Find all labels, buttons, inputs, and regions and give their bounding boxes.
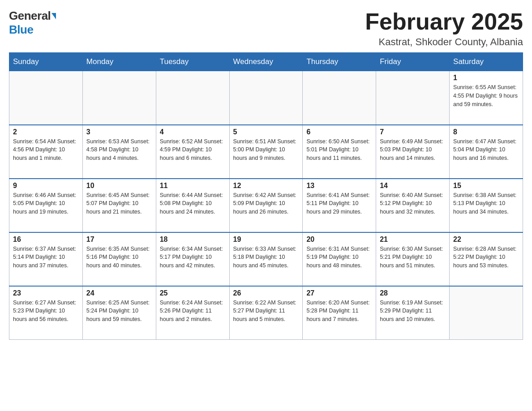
day-of-week-header: Monday (82, 53, 156, 71)
day-number: 26 (233, 289, 299, 297)
calendar-day-cell (450, 286, 523, 340)
calendar-day-cell (156, 71, 229, 125)
day-number: 21 (380, 235, 446, 244)
logo-arrow-icon (51, 13, 56, 19)
calendar-day-cell: 18Sunrise: 6:34 AM Sunset: 5:17 PM Dayli… (156, 232, 229, 286)
day-info: Sunrise: 6:50 AM Sunset: 5:01 PM Dayligh… (306, 137, 372, 163)
calendar-day-cell: 16Sunrise: 6:37 AM Sunset: 5:14 PM Dayli… (9, 232, 83, 286)
month-title: February 2025 (365, 9, 523, 34)
day-info: Sunrise: 6:37 AM Sunset: 5:14 PM Dayligh… (13, 245, 79, 270)
calendar-day-cell: 28Sunrise: 6:19 AM Sunset: 5:29 PM Dayli… (376, 286, 450, 340)
calendar-day-cell: 10Sunrise: 6:45 AM Sunset: 5:07 PM Dayli… (82, 179, 156, 232)
calendar-week-row: 1Sunrise: 6:55 AM Sunset: 4:55 PM Daylig… (9, 71, 523, 125)
calendar-week-row: 16Sunrise: 6:37 AM Sunset: 5:14 PM Dayli… (9, 232, 523, 286)
day-number: 9 (13, 182, 79, 190)
day-info: Sunrise: 6:20 AM Sunset: 5:28 PM Dayligh… (306, 299, 372, 324)
day-number: 3 (86, 128, 152, 136)
day-number: 18 (160, 235, 226, 244)
day-info: Sunrise: 6:30 AM Sunset: 5:21 PM Dayligh… (380, 245, 446, 270)
day-info: Sunrise: 6:33 AM Sunset: 5:18 PM Dayligh… (233, 245, 299, 270)
day-info: Sunrise: 6:40 AM Sunset: 5:12 PM Dayligh… (380, 191, 446, 216)
calendar-day-cell (9, 71, 83, 125)
calendar-day-cell: 24Sunrise: 6:25 AM Sunset: 5:24 PM Dayli… (82, 286, 156, 340)
day-number: 5 (233, 128, 299, 136)
day-info: Sunrise: 6:45 AM Sunset: 5:07 PM Dayligh… (86, 191, 152, 216)
day-info: Sunrise: 6:51 AM Sunset: 5:00 PM Dayligh… (233, 137, 299, 163)
day-info: Sunrise: 6:35 AM Sunset: 5:16 PM Dayligh… (86, 245, 152, 270)
calendar-day-cell: 9Sunrise: 6:46 AM Sunset: 5:05 PM Daylig… (9, 179, 83, 232)
day-number: 16 (13, 235, 79, 244)
calendar-day-cell: 17Sunrise: 6:35 AM Sunset: 5:16 PM Dayli… (82, 232, 156, 286)
calendar-day-cell: 4Sunrise: 6:52 AM Sunset: 4:59 PM Daylig… (156, 125, 229, 179)
day-info: Sunrise: 6:34 AM Sunset: 5:17 PM Dayligh… (160, 245, 226, 270)
day-of-week-header: Tuesday (156, 53, 229, 71)
calendar-day-cell: 5Sunrise: 6:51 AM Sunset: 5:00 PM Daylig… (229, 125, 303, 179)
day-info: Sunrise: 6:31 AM Sunset: 5:19 PM Dayligh… (306, 245, 372, 270)
day-number: 20 (306, 235, 372, 244)
page-header: General Blue February 2025 Kastrat, Shko… (9, 9, 523, 48)
day-number: 15 (453, 182, 519, 190)
day-number: 4 (160, 128, 226, 136)
day-number: 1 (453, 74, 519, 82)
calendar-day-cell (303, 71, 376, 125)
day-number: 25 (160, 289, 226, 297)
day-number: 2 (13, 128, 79, 136)
day-of-week-header: Saturday (450, 53, 523, 71)
calendar-day-cell (82, 71, 156, 125)
day-number: 11 (160, 182, 226, 190)
calendar-day-cell: 6Sunrise: 6:50 AM Sunset: 5:01 PM Daylig… (303, 125, 376, 179)
calendar-day-cell: 8Sunrise: 6:47 AM Sunset: 5:04 PM Daylig… (450, 125, 523, 179)
calendar-header-row: SundayMondayTuesdayWednesdayThursdayFrid… (9, 53, 523, 71)
day-info: Sunrise: 6:42 AM Sunset: 5:09 PM Dayligh… (233, 191, 299, 216)
calendar-day-cell: 19Sunrise: 6:33 AM Sunset: 5:18 PM Dayli… (229, 232, 303, 286)
calendar-day-cell: 25Sunrise: 6:24 AM Sunset: 5:26 PM Dayli… (156, 286, 229, 340)
calendar-day-cell: 14Sunrise: 6:40 AM Sunset: 5:12 PM Dayli… (376, 179, 450, 232)
calendar-day-cell: 26Sunrise: 6:22 AM Sunset: 5:27 PM Dayli… (229, 286, 303, 340)
day-of-week-header: Thursday (303, 53, 376, 71)
calendar-table: SundayMondayTuesdayWednesdayThursdayFrid… (9, 52, 523, 340)
day-number: 27 (306, 289, 372, 297)
title-block: February 2025 Kastrat, Shkoder County, A… (365, 9, 523, 48)
day-of-week-header: Friday (376, 53, 450, 71)
day-info: Sunrise: 6:41 AM Sunset: 5:11 PM Dayligh… (306, 191, 372, 216)
day-number: 24 (86, 289, 152, 297)
day-info: Sunrise: 6:54 AM Sunset: 4:56 PM Dayligh… (13, 137, 79, 163)
calendar-week-row: 9Sunrise: 6:46 AM Sunset: 5:05 PM Daylig… (9, 179, 523, 232)
location-title: Kastrat, Shkoder County, Albania (365, 36, 523, 48)
calendar-day-cell: 1Sunrise: 6:55 AM Sunset: 4:55 PM Daylig… (450, 71, 523, 125)
calendar-day-cell: 15Sunrise: 6:38 AM Sunset: 5:13 PM Dayli… (450, 179, 523, 232)
day-info: Sunrise: 6:24 AM Sunset: 5:26 PM Dayligh… (160, 299, 226, 324)
day-number: 12 (233, 182, 299, 190)
day-number: 22 (453, 235, 519, 244)
day-info: Sunrise: 6:38 AM Sunset: 5:13 PM Dayligh… (453, 191, 519, 216)
day-number: 23 (13, 289, 79, 297)
calendar-day-cell: 2Sunrise: 6:54 AM Sunset: 4:56 PM Daylig… (9, 125, 83, 179)
calendar-day-cell: 7Sunrise: 6:49 AM Sunset: 5:03 PM Daylig… (376, 125, 450, 179)
calendar-day-cell: 21Sunrise: 6:30 AM Sunset: 5:21 PM Dayli… (376, 232, 450, 286)
day-number: 13 (306, 182, 372, 190)
day-number: 14 (380, 182, 446, 190)
day-number: 7 (380, 128, 446, 136)
day-info: Sunrise: 6:49 AM Sunset: 5:03 PM Dayligh… (380, 137, 446, 163)
day-info: Sunrise: 6:27 AM Sunset: 5:23 PM Dayligh… (13, 299, 79, 324)
calendar-week-row: 2Sunrise: 6:54 AM Sunset: 4:56 PM Daylig… (9, 125, 523, 179)
calendar-day-cell: 22Sunrise: 6:28 AM Sunset: 5:22 PM Dayli… (450, 232, 523, 286)
day-info: Sunrise: 6:47 AM Sunset: 5:04 PM Dayligh… (453, 137, 519, 163)
calendar-day-cell (229, 71, 303, 125)
calendar-day-cell (376, 71, 450, 125)
logo-general-text: General (9, 9, 51, 23)
day-number: 17 (86, 235, 152, 244)
day-number: 8 (453, 128, 519, 136)
calendar-day-cell: 3Sunrise: 6:53 AM Sunset: 4:58 PM Daylig… (82, 125, 156, 179)
calendar-day-cell: 12Sunrise: 6:42 AM Sunset: 5:09 PM Dayli… (229, 179, 303, 232)
day-info: Sunrise: 6:55 AM Sunset: 4:55 PM Dayligh… (453, 83, 519, 108)
day-number: 19 (233, 235, 299, 244)
day-of-week-header: Sunday (9, 53, 83, 71)
calendar-day-cell: 20Sunrise: 6:31 AM Sunset: 5:19 PM Dayli… (303, 232, 376, 286)
day-number: 6 (306, 128, 372, 136)
day-number: 10 (86, 182, 152, 190)
day-info: Sunrise: 6:52 AM Sunset: 4:59 PM Dayligh… (160, 137, 226, 163)
day-info: Sunrise: 6:53 AM Sunset: 4:58 PM Dayligh… (86, 137, 152, 163)
logo-blue-text: Blue (9, 23, 33, 37)
day-info: Sunrise: 6:28 AM Sunset: 5:22 PM Dayligh… (453, 245, 519, 270)
